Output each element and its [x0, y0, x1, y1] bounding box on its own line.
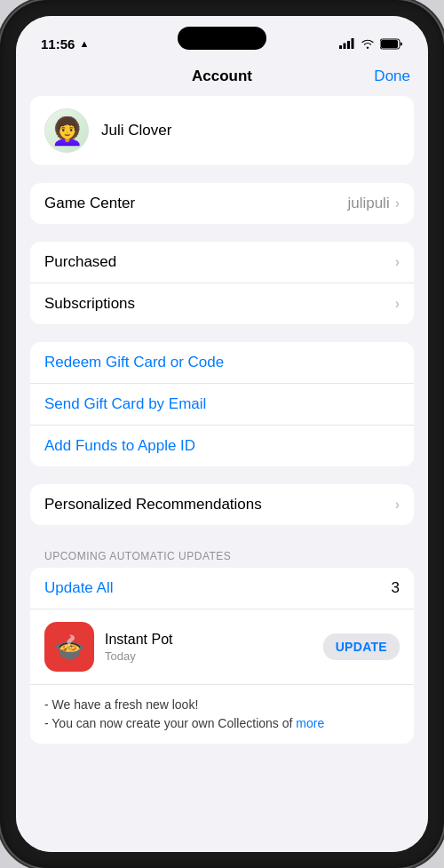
subscriptions-label: Subscriptions: [44, 295, 135, 313]
content-area: Account Done 👩‍🦱 Juli Clover: [16, 60, 428, 852]
update-all-label: Update All: [44, 579, 114, 597]
nav-bar: Account Done: [16, 60, 428, 96]
signal-icon: [339, 38, 355, 49]
gift-section: Redeem Gift Card or Code Send Gift Card …: [30, 342, 414, 466]
purchased-right: ›: [395, 254, 400, 270]
svg-rect-2: [347, 41, 350, 49]
wifi-icon: [361, 38, 375, 49]
game-center-value: julipuli: [347, 195, 389, 212]
updates-header: UPCOMING AUTOMATIC UPDATES: [16, 543, 428, 568]
purchased-row[interactable]: Purchased ›: [30, 242, 414, 283]
redeem-label: Redeem Gift Card or Code: [44, 354, 224, 370]
recommendations-right: ›: [395, 497, 400, 513]
gift-card: Redeem Gift Card or Code Send Gift Card …: [30, 342, 414, 466]
page-title: Account: [192, 68, 252, 85]
chevron-icon: ›: [395, 497, 400, 513]
app-info: Instant Pot Today: [105, 632, 313, 663]
chevron-icon: ›: [395, 195, 400, 211]
app-name: Instant Pot: [105, 632, 313, 648]
svg-rect-0: [339, 45, 342, 49]
release-notes: - We have a fresh new look! - You can no…: [30, 684, 414, 744]
location-icon: ▲: [79, 38, 89, 49]
app-icon: 🍲: [44, 622, 94, 672]
chevron-icon: ›: [395, 254, 400, 270]
send-gift-label: Send Gift Card by Email: [44, 395, 206, 412]
profile-section: 👩‍🦱 Juli Clover: [30, 96, 414, 165]
game-center-card: Game Center julipuli ›: [30, 183, 414, 224]
subscriptions-right: ›: [395, 296, 400, 312]
game-center-right: julipuli ›: [347, 195, 400, 212]
app-date: Today: [105, 649, 313, 663]
chevron-icon: ›: [395, 296, 400, 312]
game-center-row[interactable]: Game Center julipuli ›: [30, 183, 414, 224]
svg-rect-3: [352, 38, 354, 49]
status-icons: [339, 38, 403, 50]
purchased-section: Purchased › Subscriptions ›: [30, 242, 414, 324]
release-note-2: - You can now create your own Collection…: [44, 714, 400, 733]
game-center-section: Game Center julipuli ›: [30, 183, 414, 224]
recommendations-section: Personalized Recommendations ›: [30, 484, 414, 525]
updates-card: Update All 3 🍲 Instant Pot Today: [30, 568, 414, 744]
game-center-label: Game Center: [44, 195, 135, 212]
add-funds-label: Add Funds to Apple ID: [44, 437, 195, 454]
app-update-row: 🍲 Instant Pot Today UPDATE: [30, 609, 414, 684]
avatar-emoji: 👩‍🦱: [51, 115, 83, 147]
profile-card: 👩‍🦱 Juli Clover: [30, 96, 414, 165]
svg-rect-5: [381, 40, 398, 48]
updates-card-section: Update All 3 🍲 Instant Pot Today: [30, 568, 414, 744]
send-gift-row[interactable]: Send Gift Card by Email: [30, 383, 414, 425]
redeem-row[interactable]: Redeem Gift Card or Code: [30, 342, 414, 383]
dynamic-island: [178, 27, 266, 50]
screen: 11:56 ▲: [16, 16, 428, 852]
update-all-row[interactable]: Update All 3: [30, 568, 414, 609]
add-funds-row[interactable]: Add Funds to Apple ID: [30, 425, 414, 466]
app-icon-emoji: 🍲: [54, 633, 85, 662]
update-button[interactable]: UPDATE: [323, 633, 400, 660]
subscriptions-row[interactable]: Subscriptions ›: [30, 283, 414, 324]
recommendations-row[interactable]: Personalized Recommendations ›: [30, 484, 414, 525]
release-note-1: - We have a fresh new look!: [44, 696, 400, 714]
profile-row[interactable]: 👩‍🦱 Juli Clover: [30, 96, 414, 165]
battery-icon: [380, 38, 403, 50]
profile-name: Juli Clover: [101, 122, 171, 139]
recommendations-label: Personalized Recommendations: [44, 496, 262, 514]
purchased-card: Purchased › Subscriptions ›: [30, 242, 414, 324]
avatar: 👩‍🦱: [44, 108, 89, 153]
svg-rect-1: [344, 44, 346, 50]
status-bar: 11:56 ▲: [16, 16, 428, 60]
updates-section: UPCOMING AUTOMATIC UPDATES Update All 3 …: [16, 543, 428, 744]
phone-shell: 11:56 ▲: [0, 0, 444, 868]
purchased-label: Purchased: [44, 253, 116, 271]
more-link[interactable]: more: [296, 716, 324, 730]
update-count: 3: [392, 579, 400, 597]
done-button[interactable]: Done: [374, 68, 410, 85]
recommendations-card: Personalized Recommendations ›: [30, 484, 414, 525]
status-time: 11:56 ▲: [41, 36, 89, 52]
